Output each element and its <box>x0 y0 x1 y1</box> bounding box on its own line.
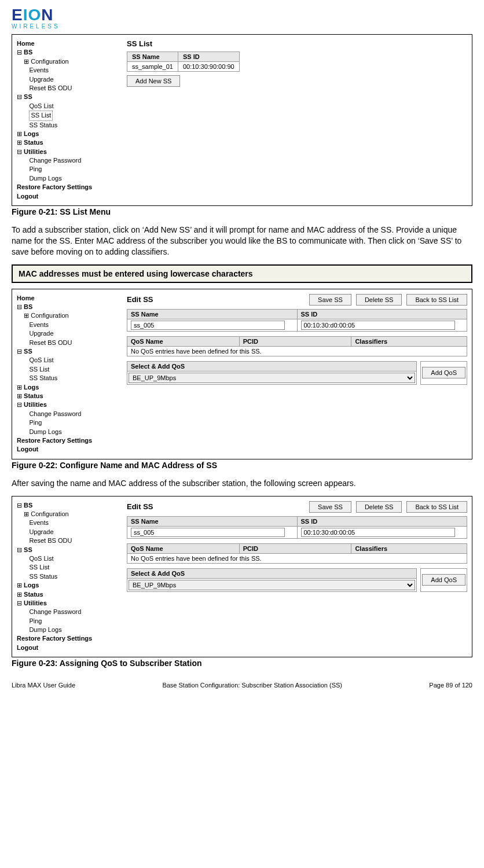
nav-ss[interactable]: SS <box>24 546 32 553</box>
nav-bs-reset[interactable]: Reset BS ODU <box>29 339 72 346</box>
nav-bs-config[interactable]: Configuration <box>31 312 68 319</box>
ss-id-input[interactable] <box>301 528 455 537</box>
collapse-icon[interactable]: ⊟ <box>17 148 22 155</box>
add-qos-button[interactable]: Add QoS <box>422 367 465 378</box>
nav-utilities[interactable]: Utilities <box>24 599 47 606</box>
nav-restore[interactable]: Restore Factory Settings <box>17 183 115 192</box>
col-pcid: PCID <box>239 543 351 553</box>
nav-bs-reset[interactable]: Reset BS ODU <box>29 84 72 91</box>
figure-caption: Figure 0-22: Configure Name and MAC Addr… <box>12 461 472 470</box>
nav-status[interactable]: Status <box>24 392 43 399</box>
nav-util-dump[interactable]: Dump Logs <box>29 626 61 633</box>
save-ss-button[interactable]: Save SS <box>309 501 351 513</box>
nav-ss-status[interactable]: SS Status <box>29 573 57 580</box>
nav-bs-config[interactable]: Configuration <box>31 58 68 65</box>
nav-bs-events[interactable]: Events <box>29 519 49 526</box>
nav-logs[interactable]: Logs <box>24 384 39 391</box>
ss-id-input[interactable] <box>301 321 455 330</box>
nav-util-ping[interactable]: Ping <box>29 419 42 426</box>
delete-ss-button[interactable]: Delete SS <box>356 294 402 306</box>
expand-icon[interactable]: ⊞ <box>24 58 29 65</box>
nav-status[interactable]: Status <box>24 591 43 598</box>
expand-icon[interactable]: ⊞ <box>17 384 22 391</box>
nav-bs-upgrade[interactable]: Upgrade <box>29 330 53 337</box>
col-ss-name: SS Name <box>127 309 298 319</box>
nav-home[interactable]: Home <box>17 294 115 303</box>
nav-bs[interactable]: BS <box>24 49 32 56</box>
ss-name-input[interactable] <box>131 321 285 330</box>
nav-ss-status[interactable]: SS Status <box>29 374 57 381</box>
qos-empty-row: No QoS entries have been defined for thi… <box>127 553 467 563</box>
nav-ss-qos[interactable]: QoS List <box>29 356 53 363</box>
nav-bs-reset[interactable]: Reset BS ODU <box>29 537 72 544</box>
nav-util-ping[interactable]: Ping <box>29 617 42 624</box>
nav-home[interactable]: Home <box>17 39 115 48</box>
back-to-list-button[interactable]: Back to SS List <box>406 501 467 513</box>
nav-util-dump[interactable]: Dump Logs <box>29 428 61 435</box>
expand-icon[interactable]: ⊞ <box>17 591 22 598</box>
figure-edit-ss-2: ⊟ BS ⊞ Configuration Events Upgrade Rese… <box>12 496 472 658</box>
nav-util-pass[interactable]: Change Password <box>29 410 81 417</box>
expand-icon[interactable]: ⊞ <box>24 510 29 517</box>
nav-util-pass[interactable]: Change Password <box>29 608 81 615</box>
ss-list-table: SS Name SS ID ss_sample_01 00:10:30:90:0… <box>127 52 240 72</box>
nav-bs-upgrade[interactable]: Upgrade <box>29 528 53 535</box>
add-new-ss-button[interactable]: Add New SS <box>127 75 180 87</box>
nav-ss[interactable]: SS <box>24 93 32 100</box>
expand-icon[interactable]: ⊞ <box>24 312 29 319</box>
ss-name-input[interactable] <box>131 528 285 537</box>
nav-util-dump[interactable]: Dump Logs <box>29 175 61 182</box>
nav-bs-events[interactable]: Events <box>29 67 49 73</box>
nav-utilities[interactable]: Utilities <box>24 148 47 155</box>
expand-icon[interactable]: ⊞ <box>17 582 22 589</box>
nav-util-ping[interactable]: Ping <box>29 165 42 172</box>
back-to-list-button[interactable]: Back to SS List <box>406 294 467 306</box>
col-ss-id: SS ID <box>297 309 467 319</box>
logo-letter: E <box>12 6 23 24</box>
add-qos-button[interactable]: Add QoS <box>422 574 465 586</box>
delete-ss-button[interactable]: Delete SS <box>356 501 402 513</box>
nav-ss-qos[interactable]: QoS List <box>29 555 53 562</box>
collapse-icon[interactable]: ⊟ <box>17 49 22 56</box>
collapse-icon[interactable]: ⊟ <box>17 599 22 606</box>
nav-restore[interactable]: Restore Factory Settings <box>17 436 115 445</box>
nav-ss[interactable]: SS <box>24 348 32 355</box>
nav-bs-config[interactable]: Configuration <box>31 510 68 517</box>
qos-select[interactable]: BE_UP_9Mbps <box>129 580 415 590</box>
footer-center: Base Station Configuration: Subscriber S… <box>162 682 342 689</box>
collapse-icon[interactable]: ⊟ <box>17 93 22 100</box>
nav-bs-upgrade[interactable]: Upgrade <box>29 76 53 83</box>
nav-utilities[interactable]: Utilities <box>24 401 47 408</box>
nav-ss-list[interactable]: SS List <box>29 111 53 120</box>
nav-ss-list[interactable]: SS List <box>29 564 49 571</box>
nav-logout[interactable]: Logout <box>17 643 115 652</box>
collapse-icon[interactable]: ⊟ <box>17 303 22 310</box>
nav-logout[interactable]: Logout <box>17 192 115 201</box>
pane-title: SS List <box>127 39 467 48</box>
nav-logout[interactable]: Logout <box>17 445 115 454</box>
nav-ss-status[interactable]: SS Status <box>29 122 57 128</box>
save-ss-button[interactable]: Save SS <box>309 294 351 306</box>
nav-restore[interactable]: Restore Factory Settings <box>17 634 115 643</box>
nav-logs[interactable]: Logs <box>24 582 39 589</box>
expand-icon[interactable]: ⊞ <box>17 130 22 137</box>
nav-bs[interactable]: BS <box>24 502 32 509</box>
collapse-icon[interactable]: ⊟ <box>17 546 22 553</box>
nav-bs[interactable]: BS <box>24 303 32 310</box>
pane-title: Edit SS <box>127 295 153 304</box>
collapse-icon[interactable]: ⊟ <box>17 348 22 355</box>
expand-icon[interactable]: ⊞ <box>17 139 22 146</box>
nav-status[interactable]: Status <box>24 139 43 146</box>
collapse-icon[interactable]: ⊟ <box>17 502 22 509</box>
nav-util-pass[interactable]: Change Password <box>29 157 81 164</box>
nav-ss-list[interactable]: SS List <box>29 366 49 373</box>
nav-bs-events[interactable]: Events <box>29 321 49 328</box>
collapse-icon[interactable]: ⊟ <box>17 401 22 408</box>
expand-icon[interactable]: ⊞ <box>17 392 22 399</box>
nav-ss-qos[interactable]: QoS List <box>29 102 53 109</box>
table-row[interactable]: ss_sample_01 00:10:30:90:00:90 <box>127 62 240 72</box>
figure-caption: Figure 0-21: SS List Menu <box>12 207 472 216</box>
qos-select[interactable]: BE_UP_9Mbps <box>129 373 415 383</box>
col-ss-name: SS Name <box>127 516 298 526</box>
nav-logs[interactable]: Logs <box>24 130 39 137</box>
